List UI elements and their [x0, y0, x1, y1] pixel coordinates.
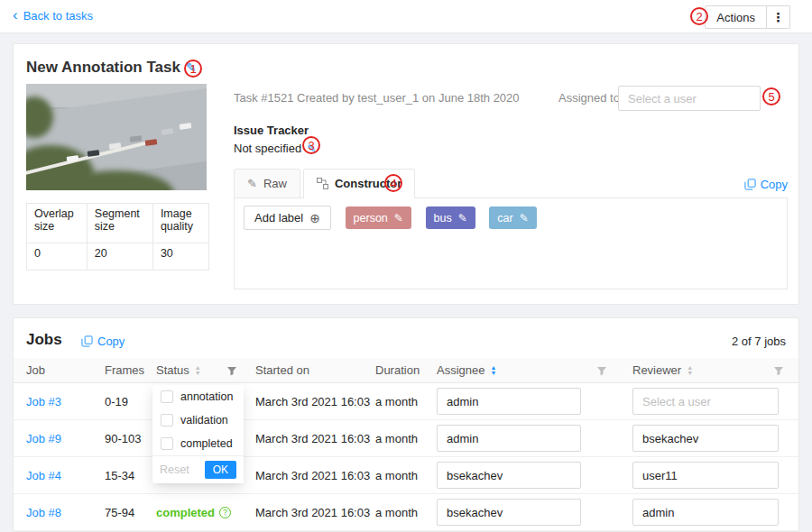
filter-icon-reviewer[interactable] — [773, 365, 784, 376]
actions-button[interactable]: Actions — [705, 5, 767, 29]
jobs-count: 2 of 7 jobs — [732, 335, 786, 348]
job-row-4: Job #8 75-94 completed ? March 3rd 2021 … — [14, 494, 798, 531]
duration-cell: a month — [375, 494, 418, 531]
col-duration: Duration — [375, 358, 420, 383]
job-link[interactable]: Job #4 — [26, 457, 61, 494]
col-reviewer[interactable]: Reviewer ▲▼ — [632, 358, 693, 383]
add-label-text: Add label — [254, 211, 303, 225]
back-to-tasks-link[interactable]: ‹ Back to tasks — [13, 8, 93, 23]
reviewer-input[interactable] — [632, 462, 779, 489]
param-value: 0 — [27, 243, 88, 271]
filter-icon-assignee[interactable] — [596, 365, 607, 376]
param-header: Segment size — [87, 204, 152, 243]
label-chip-bus[interactable]: bus ✎ — [426, 206, 475, 229]
filter-option-label: completed — [180, 437, 233, 450]
status-text: completed — [156, 494, 215, 531]
filter-option-validation[interactable]: validation — [152, 408, 244, 432]
edit-icon[interactable]: ✎ — [520, 212, 529, 225]
col-assignee[interactable]: Assignee ▲▼ — [437, 358, 496, 383]
task-details-card: New Annotation Task✎ Overlap size Segmen… — [13, 43, 799, 305]
param-value: 20 — [87, 243, 152, 271]
filter-option-label: annotation — [180, 390, 233, 403]
sort-carets-icon[interactable]: ▲▼ — [490, 365, 496, 376]
checkbox[interactable] — [161, 437, 173, 450]
duration-cell: a month — [375, 420, 418, 457]
more-icon: ⋮ — [772, 10, 785, 24]
filter-footer: Reset OK — [152, 455, 244, 483]
annotation-circle-2: 2 — [690, 7, 708, 25]
caret-down-icon: ▼ — [687, 371, 693, 376]
filter-ok-button[interactable]: OK — [205, 461, 236, 479]
actions-group: Actions ⋮ — [705, 5, 790, 29]
copy-label: Copy — [761, 178, 788, 191]
tab-raw[interactable]: ✎ Raw — [234, 169, 300, 197]
labels-constructor: Add label ⊕ person ✎ bus ✎ car ✎ — [234, 197, 788, 289]
filter-option-completed[interactable]: completed — [152, 432, 244, 455]
page-title: New Annotation Task✎ — [26, 59, 197, 77]
caret-down-icon: ▼ — [490, 371, 496, 376]
labels-tabs: ✎ Raw Constructor Copy — [234, 169, 788, 198]
question-circle-icon[interactable]: ? — [219, 507, 231, 518]
back-chevron-icon: ‹ — [13, 8, 18, 23]
duration-cell: a month — [375, 383, 418, 420]
issue-tracker-label: Issue Tracker — [234, 124, 309, 137]
copy-icon — [744, 179, 756, 190]
annotation-circle-1: 1 — [184, 60, 202, 78]
reviewer-input[interactable] — [632, 388, 779, 415]
sort-carets-icon[interactable]: ▲▼ — [195, 365, 201, 376]
jobs-table-header: Job Frames Status ▲▼ Started on Duration… — [14, 358, 798, 383]
job-row-1: Job #3 0-19 March 3rd 2021 16:03 a month — [14, 383, 798, 420]
started-cell: March 3rd 2021 16:03 — [255, 383, 370, 420]
jobs-copy-link[interactable]: Copy — [81, 335, 125, 348]
constructor-icon — [317, 178, 328, 189]
param-value: 30 — [152, 243, 208, 271]
job-row-3: Job #4 15-34 March 3rd 2021 16:03 a mont… — [14, 457, 798, 494]
checkbox[interactable] — [161, 414, 173, 427]
job-link[interactable]: Job #3 — [26, 383, 61, 420]
filter-option-annotation[interactable]: annotation — [152, 385, 244, 408]
col-started: Started on — [255, 358, 309, 383]
sort-carets-icon[interactable]: ▲▼ — [687, 365, 693, 376]
copy-label: Copy — [97, 335, 125, 348]
actions-more-button[interactable]: ⋮ — [767, 5, 790, 29]
label-chip-text: car — [497, 212, 512, 225]
col-status[interactable]: Status ▲▼ — [156, 358, 201, 383]
filter-reset-button[interactable]: Reset — [160, 463, 189, 476]
started-cell: March 3rd 2021 16:03 — [255, 420, 370, 457]
task-assignee-input[interactable] — [618, 86, 761, 111]
job-link[interactable]: Job #8 — [26, 494, 61, 531]
label-chip-car[interactable]: car ✎ — [489, 206, 536, 229]
checkbox[interactable] — [161, 390, 173, 403]
annotation-circle-3: 3 — [302, 136, 320, 154]
jobs-title: Jobs — [26, 331, 62, 349]
assignee-input[interactable] — [437, 462, 581, 489]
copy-icon — [81, 335, 93, 347]
caret-down-icon: ▼ — [195, 371, 201, 376]
annotation-circle-5: 5 — [762, 87, 780, 105]
col-frames: Frames — [105, 358, 144, 383]
plus-circle-icon: ⊕ — [309, 211, 320, 225]
assignee-input[interactable] — [437, 388, 581, 415]
assignee-input[interactable] — [437, 499, 581, 526]
edit-icon[interactable]: ✎ — [458, 212, 467, 225]
filter-icon-status[interactable] — [226, 365, 237, 376]
label-chip-person[interactable]: person ✎ — [346, 206, 411, 229]
param-header: Overlap size — [27, 204, 88, 243]
label-chip-text: bus — [434, 212, 452, 225]
reviewer-input[interactable] — [632, 499, 779, 526]
assigned-to-label: Assigned to — [558, 91, 620, 105]
assignee-input[interactable] — [437, 425, 581, 452]
reviewer-input[interactable] — [632, 425, 779, 452]
labels-copy-link[interactable]: Copy — [744, 178, 788, 197]
label-chip-text: person — [354, 212, 388, 225]
status-filter-dropdown: annotation validation completed Reset OK — [152, 385, 244, 483]
param-header: Image quality — [152, 204, 208, 243]
back-label: Back to tasks — [23, 9, 93, 23]
issue-tracker-text: Not specified — [234, 142, 301, 155]
job-link[interactable]: Job #9 — [26, 420, 61, 457]
tab-raw-label: Raw — [263, 177, 287, 190]
edit-icon[interactable]: ✎ — [394, 212, 403, 225]
add-label-button[interactable]: Add label ⊕ — [244, 206, 331, 230]
task-parameters-table: Overlap size Segment size Image quality … — [26, 203, 209, 271]
started-cell: March 3rd 2021 16:03 — [255, 457, 370, 494]
